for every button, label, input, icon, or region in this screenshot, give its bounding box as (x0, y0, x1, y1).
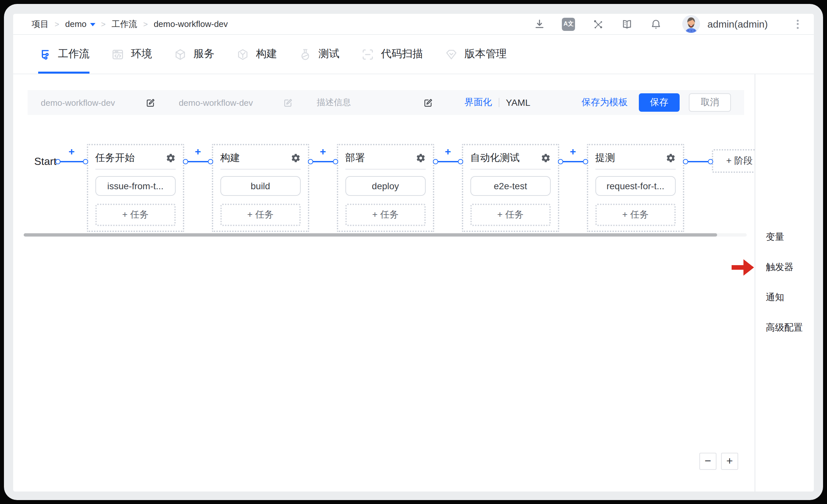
stage-title: 构建 (221, 152, 240, 164)
page: 项目 > demo > 工作流 > demo-workflow-dev (0, 0, 827, 504)
stage-title: 自动化测试 (471, 152, 520, 164)
test-icon (299, 48, 312, 61)
sidebar-item-notifications[interactable]: 通知 (755, 283, 814, 313)
stage-connector: + (309, 161, 337, 162)
save-button[interactable]: 保存 (639, 93, 680, 112)
zoom-out-button[interactable]: − (699, 453, 717, 470)
stage-card-request-test[interactable]: 提测 request-for-t... + 任务 (587, 144, 684, 232)
editor-mode-switch: 界面化 YAML (465, 97, 530, 108)
pointer-arrow (732, 258, 754, 277)
task-chip[interactable]: build (221, 176, 301, 196)
tab-service[interactable]: 服务 (174, 35, 214, 73)
stage-card-deploy[interactable]: 部署 deploy + 任务 (337, 144, 434, 232)
workflow-name-field[interactable]: demo-workflow-dev (41, 98, 155, 107)
stage-card-e2e-test[interactable]: 自动化测试 e2e-test + 任务 (462, 144, 559, 232)
divider (345, 169, 426, 170)
download-icon[interactable] (533, 18, 546, 30)
add-stage-plus-icon[interactable]: + (195, 147, 201, 157)
gear-icon[interactable] (666, 153, 676, 163)
settings-sidebar: 变量 触发器 通知 高级配置 (755, 74, 814, 492)
workflow-name-value[interactable]: demo-workflow-dev (41, 98, 115, 107)
stage-title: 提测 (595, 152, 615, 164)
breadcrumb-separator: > (55, 19, 59, 29)
edit-icon[interactable] (145, 98, 155, 107)
tab-build[interactable]: 构建 (236, 35, 277, 73)
start-node: Start (34, 156, 57, 168)
stage-card-start-task[interactable]: 任务开始 issue-from-t... + 任务 (87, 144, 184, 232)
workflow-display-name-value[interactable]: demo-workflow-dev (179, 98, 253, 107)
tab-environment[interactable]: 环境 (111, 35, 152, 73)
sidebar-item-advanced-config[interactable]: 高级配置 (755, 313, 814, 343)
docs-icon[interactable] (621, 18, 633, 30)
add-stage-plus-icon[interactable]: + (68, 147, 75, 157)
breadcrumb-project-label: demo (65, 19, 87, 29)
breadcrumb-separator: > (143, 19, 148, 29)
canvas-zoom-controls: − + (699, 453, 738, 470)
tab-code-scan[interactable]: 代码扫描 (361, 35, 423, 73)
add-task-button[interactable]: + 任务 (471, 204, 551, 226)
save-as-template-link[interactable]: 保存为模板 (582, 97, 628, 108)
edit-icon[interactable] (423, 98, 433, 107)
breadcrumb: 项目 > demo > 工作流 > demo-workflow-dev (32, 18, 228, 30)
stage-connector: + (434, 161, 462, 162)
gear-icon[interactable] (416, 153, 426, 163)
add-stage-plus-icon[interactable]: + (320, 147, 326, 157)
workflow-description-field[interactable]: 描述信息 (317, 97, 433, 108)
tab-label: 代码扫描 (381, 47, 423, 61)
gear-icon[interactable] (291, 153, 301, 163)
task-chip[interactable]: request-for-t... (595, 176, 676, 196)
task-chip[interactable]: issue-from-t... (95, 176, 176, 196)
add-stage-plus-icon[interactable]: + (445, 147, 451, 157)
add-task-button[interactable]: + 任务 (95, 204, 176, 226)
stage-connector: + (184, 161, 212, 162)
divider (221, 169, 301, 170)
tab-release[interactable]: 版本管理 (445, 35, 506, 73)
more-icon[interactable] (795, 17, 801, 31)
stage-connector: + (559, 161, 587, 162)
environment-icon (111, 48, 124, 61)
user-name: admin(admin) (708, 18, 768, 30)
stage-card-build[interactable]: 构建 build + 任务 (212, 144, 309, 232)
sidebar-item-triggers[interactable]: 触发器 (755, 252, 814, 283)
workflow-stages-row: Start + 任务开始 issu (13, 144, 755, 236)
breadcrumb-project-demo[interactable]: demo (65, 19, 95, 29)
tab-test[interactable]: 测试 (299, 35, 339, 73)
canvas-horizontal-scrollbar[interactable] (24, 233, 717, 236)
divider (95, 169, 176, 170)
edit-icon[interactable] (283, 98, 293, 107)
gear-icon[interactable] (541, 153, 551, 163)
workflow-meta-bar: demo-workflow-dev demo-workflow-dev (28, 90, 744, 115)
tab-workflow[interactable]: 工作流 (38, 35, 90, 73)
add-task-button[interactable]: + 任务 (595, 204, 676, 226)
workflow-icon (38, 48, 51, 61)
breadcrumb-projects[interactable]: 项目 (32, 18, 49, 30)
translate-icon[interactable]: A文 (562, 17, 575, 31)
task-chip[interactable]: e2e-test (471, 176, 551, 196)
divider (471, 169, 551, 170)
workflow-description-placeholder[interactable]: 描述信息 (317, 97, 351, 108)
mode-separator (499, 98, 499, 107)
avatar[interactable] (683, 15, 700, 33)
graph-icon[interactable] (592, 18, 604, 30)
body: demo-workflow-dev demo-workflow-dev (13, 74, 814, 492)
add-task-button[interactable]: + 任务 (221, 204, 301, 226)
bell-icon[interactable] (650, 18, 662, 30)
breadcrumb-workflows[interactable]: 工作流 (111, 18, 137, 30)
mode-ui-option[interactable]: 界面化 (465, 97, 492, 108)
mode-yaml-option[interactable]: YAML (506, 97, 530, 108)
stage-title: 部署 (345, 152, 365, 164)
add-task-button[interactable]: + 任务 (345, 204, 426, 226)
gear-icon[interactable] (166, 153, 176, 163)
breadcrumb-current-workflow[interactable]: demo-workflow-dev (154, 19, 228, 29)
cancel-button[interactable]: 取消 (689, 93, 731, 112)
module-tabs: 工作流 环境 (13, 35, 814, 74)
task-chip[interactable]: deploy (345, 176, 426, 196)
sidebar-item-variables[interactable]: 变量 (755, 222, 814, 252)
build-icon (236, 48, 249, 61)
chevron-down-icon[interactable] (90, 23, 95, 26)
user-menu[interactable]: admin(admin) (683, 15, 768, 33)
add-stage-button[interactable]: + 阶段 (712, 149, 755, 173)
workflow-display-name-field[interactable]: demo-workflow-dev (179, 98, 293, 107)
add-stage-plus-icon[interactable]: + (570, 147, 576, 157)
zoom-in-button[interactable]: + (721, 453, 738, 470)
